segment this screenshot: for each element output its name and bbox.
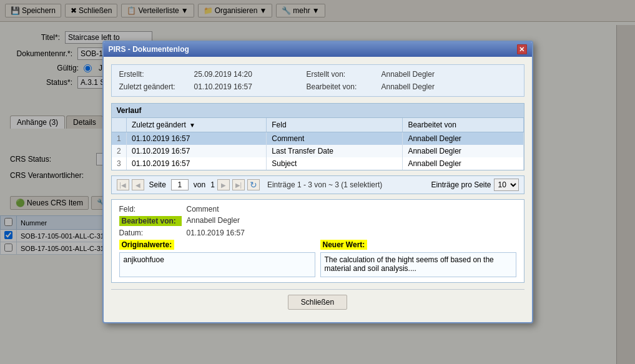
entries-per-page-select[interactable]: 10 25 50 xyxy=(494,179,519,191)
modified-label: Zuletzt geändert: xyxy=(119,82,194,91)
next-page-button[interactable]: ▶ xyxy=(217,179,230,190)
entries-info: Einträge 1 - 3 von ~ 3 (1 selektiert) xyxy=(267,180,382,189)
new-value-box: Neuer Wert: The calculation of the hight… xyxy=(320,240,516,277)
verlauf-table: Zuletzt geändert ▼ Feld Bearbeitet von 1… xyxy=(112,118,524,170)
detail-date-value: 01.10.2019 16:57 xyxy=(187,229,245,237)
row2-editor: Annabell Degler xyxy=(403,145,523,157)
page-label: Seite xyxy=(149,180,166,189)
detail-editedby-label: Bearbeitet von: xyxy=(119,216,182,226)
row3-date: 01.10.2019 16:57 xyxy=(127,157,267,170)
new-content: The calculation of the hight seems off b… xyxy=(320,252,516,277)
refresh-button[interactable]: ↻ xyxy=(247,179,260,190)
created-by-label: Erstellt von: xyxy=(307,70,381,79)
modal-overlay: PIRS - Dokumentenlog ✕ Erstellt: 25.09.2… xyxy=(0,0,635,364)
modal-footer: Schließen xyxy=(111,289,524,315)
modal-body: Erstellt: 25.09.2019 14:20 Erstellt von:… xyxy=(104,57,532,322)
row3-field: Subject xyxy=(267,157,403,170)
entries-per-page-label: Einträge pro Seite xyxy=(431,180,491,189)
row3-editor: Annabell Degler xyxy=(403,157,523,170)
row3-num: 3 xyxy=(112,157,127,170)
table-row[interactable]: 3 01.10.2019 16:57 Subject Annabell Degl… xyxy=(112,157,524,170)
detail-field-value: Comment xyxy=(187,205,219,214)
modified-by-value: Annabell Degler xyxy=(381,82,494,91)
detail-editedby-value: Annabell Degler xyxy=(187,216,240,225)
original-label: Originalwerte: xyxy=(119,240,175,250)
detail-field-row: Feld: Comment xyxy=(119,205,516,214)
table-row[interactable]: 2 01.10.2019 16:57 Last Transfer Date An… xyxy=(112,145,524,157)
first-page-button[interactable]: |◀ xyxy=(117,179,129,190)
created-label: Erstellt: xyxy=(119,70,194,79)
row2-date: 01.10.2019 16:57 xyxy=(127,145,267,157)
col-num-header xyxy=(112,118,127,132)
created-value: 25.09.2019 14:20 xyxy=(194,70,307,79)
col-lastchanged-header[interactable]: Zuletzt geändert ▼ xyxy=(127,118,267,132)
col-field-header: Feld xyxy=(267,118,403,132)
new-value-label: Neuer Wert: xyxy=(320,240,368,250)
close-footer-button[interactable]: Schließen xyxy=(288,295,347,310)
row1-date: 01.10.2019 16:57 xyxy=(127,132,267,145)
prev-page-button[interactable]: ◀ xyxy=(132,179,144,190)
meta-section: Erstellt: 25.09.2019 14:20 Erstellt von:… xyxy=(111,64,524,97)
page-of-label: von xyxy=(194,180,205,189)
modal-titlebar: PIRS - Dokumentenlog ✕ xyxy=(104,42,532,57)
row1-num: 1 xyxy=(112,132,127,145)
modal-dialog: PIRS - Dokumentenlog ✕ Erstellt: 25.09.2… xyxy=(102,41,533,323)
modified-by-label: Bearbeitet von: xyxy=(307,82,381,91)
original-value-box: Originalwerte: anjkuohfuoe xyxy=(119,240,315,277)
original-content: anjkuohfuoe xyxy=(119,252,315,277)
page-input[interactable] xyxy=(171,179,189,190)
row2-num: 2 xyxy=(112,145,127,157)
detail-section: Feld: Comment Bearbeitet von: Annabell D… xyxy=(111,199,524,283)
verlauf-header: Verlauf xyxy=(111,103,524,118)
verlauf-table-container: Zuletzt geändert ▼ Feld Bearbeitet von 1… xyxy=(111,118,524,170)
row1-editor: Annabell Degler xyxy=(403,132,523,145)
page-total: 1 xyxy=(210,180,215,189)
values-row: Originalwerte: anjkuohfuoe Neuer Wert: T… xyxy=(119,240,516,277)
last-page-button[interactable]: ▶| xyxy=(232,179,245,190)
row1-field: Comment xyxy=(267,132,403,145)
table-row[interactable]: 1 01.10.2019 16:57 Comment Annabell Degl… xyxy=(112,132,524,145)
detail-date-row: Datum: 01.10.2019 16:57 xyxy=(119,229,516,237)
detail-date-label: Datum: xyxy=(119,229,182,237)
modal-title: PIRS - Dokumentenlog xyxy=(109,45,189,54)
detail-field-label: Feld: xyxy=(119,205,182,214)
row2-field: Last Transfer Date xyxy=(267,145,403,157)
created-by-value: Annabell Degler xyxy=(381,70,494,79)
pagination-bar: |◀ ◀ Seite von 1 ▶ ▶| ↻ Einträge 1 - 3 v… xyxy=(111,175,524,194)
sort-icon: ▼ xyxy=(189,122,195,129)
modified-value: 01.10.2019 16:57 xyxy=(194,82,307,91)
detail-editedby-row: Bearbeitet von: Annabell Degler xyxy=(119,216,516,226)
modal-close-button[interactable]: ✕ xyxy=(517,44,527,54)
col-editedby-header: Bearbeitet von xyxy=(403,118,523,132)
